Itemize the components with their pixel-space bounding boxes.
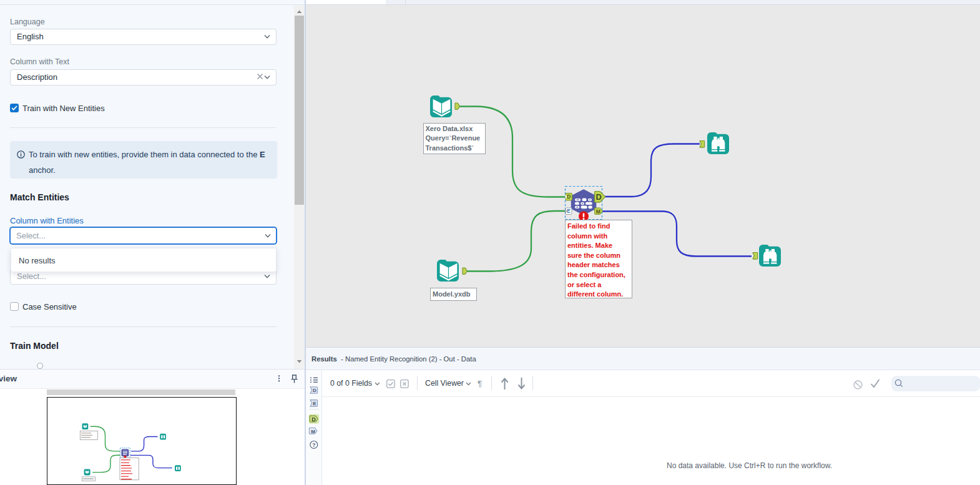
svg-text:M: M xyxy=(596,208,600,215)
svg-text:E: E xyxy=(567,208,571,214)
svg-text:E: E xyxy=(313,401,316,406)
svg-text:D: D xyxy=(311,416,316,423)
svg-text:?: ? xyxy=(312,442,315,448)
svg-text:D: D xyxy=(596,192,602,202)
svg-text:D: D xyxy=(567,194,571,200)
svg-text:D: D xyxy=(313,388,316,393)
svg-text:M: M xyxy=(311,429,315,434)
